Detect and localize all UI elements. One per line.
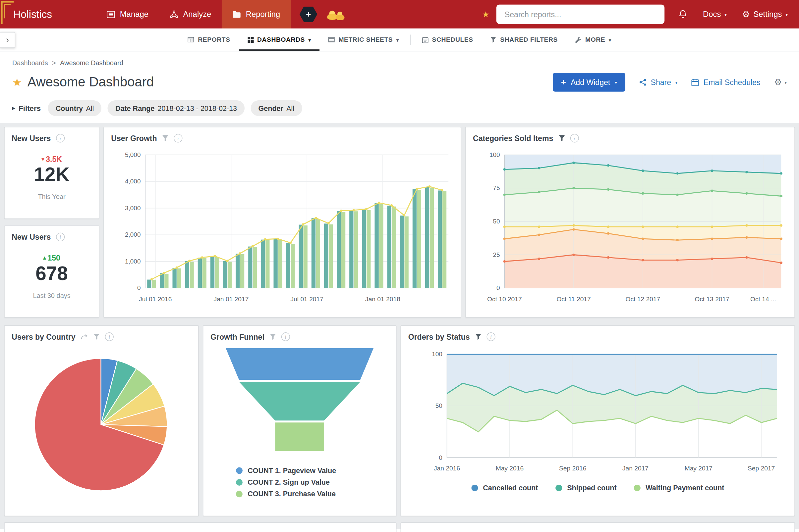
bar — [324, 224, 328, 288]
info-icon[interactable]: i — [56, 233, 65, 241]
funnel-icon[interactable] — [162, 135, 169, 141]
axis-label: 50 — [493, 218, 500, 225]
title-row: ★ Awesome Dashboard + Add Widget ▾ Share… — [12, 73, 787, 92]
filter-value: All — [286, 104, 294, 112]
bar — [215, 257, 219, 288]
funnel-icon[interactable] — [269, 334, 276, 340]
card-header: Orders by Status i — [401, 326, 794, 342]
growth-funnel-card: Growth Funnel i COUNT 1. Pageview ValueC… — [203, 325, 396, 516]
calendar-icon — [691, 78, 700, 87]
info-icon[interactable]: i — [174, 134, 182, 142]
info-icon[interactable]: i — [487, 332, 495, 341]
kpi-period: Last 30 days — [33, 292, 70, 299]
bar — [299, 225, 303, 288]
share-label: Share — [651, 78, 671, 87]
axis-label: May 2016 — [496, 465, 524, 472]
wrench-icon — [575, 36, 582, 43]
menu-analyze[interactable]: Analyze — [159, 0, 222, 28]
card-title: Growth Funnel — [211, 332, 265, 341]
tab-label: SHARED FILTERS — [500, 36, 558, 43]
legend-item[interactable]: Shipped count — [556, 484, 617, 492]
card-header: User Growth i — [104, 127, 461, 143]
plus-icon: + — [306, 10, 311, 19]
axis-label: 100 — [489, 151, 500, 158]
kpi-card-new-users-year: New Users i ▾ 3.5K 12K This Year — [4, 127, 99, 219]
filter-pill-gender[interactable]: Gender All — [251, 100, 302, 116]
legend-item[interactable]: COUNT 1. Pageview Value — [236, 467, 396, 475]
axis-label: Oct 12 2017 — [625, 296, 660, 303]
share-button[interactable]: Share ▾ — [639, 78, 677, 87]
filters-toggle[interactable]: ▸ Filters — [12, 104, 41, 112]
bar — [172, 268, 176, 288]
filter-name: Country — [56, 104, 83, 112]
menu-manage[interactable]: Manage — [96, 0, 159, 28]
funnel-icon[interactable] — [475, 334, 482, 340]
sidebar-expand-button[interactable]: › — [0, 32, 15, 48]
axis-label: Jan 01 2018 — [365, 296, 400, 303]
growth-funnel-chart — [203, 344, 396, 458]
festive-corner-ornament — [1, 1, 14, 24]
graph-nodes-icon — [170, 10, 178, 19]
filter-value: All — [86, 104, 94, 112]
tab-schedules[interactable]: SCHEDULES — [413, 28, 482, 51]
users-by-country-chart — [5, 344, 198, 498]
card-header: Users by Country i — [5, 326, 198, 342]
bar — [189, 262, 194, 288]
legend-item[interactable]: Waiting Payment count — [634, 484, 724, 492]
kpi-period: This Year — [38, 193, 65, 200]
filter-pill-country[interactable]: Country All — [48, 100, 102, 116]
axis-label: Jan 01 2017 — [214, 296, 249, 303]
partial-card-left — [4, 522, 396, 532]
top-navbar: Holistics Manage Analyze Reporting + ★ D… — [0, 0, 799, 28]
bar — [379, 204, 383, 288]
info-icon[interactable]: i — [105, 332, 114, 341]
legend-label: Waiting Payment count — [646, 484, 724, 492]
email-schedules-button[interactable]: Email Schedules — [691, 78, 761, 87]
bar — [387, 206, 392, 288]
docs-menu[interactable]: Docs ▾ — [703, 10, 727, 19]
add-hexagon-button[interactable]: + — [299, 6, 317, 22]
chevron-down-icon: ▾ — [609, 38, 612, 43]
funnel-icon[interactable] — [93, 334, 100, 340]
bar — [430, 188, 434, 288]
tab-metric-sheets[interactable]: METRIC SHEETS ▾ — [320, 28, 407, 51]
drill-arrow-icon[interactable] — [80, 334, 88, 340]
dashboard-settings-button[interactable]: ⚙ ▾ — [774, 78, 787, 87]
tab-reports[interactable]: REPORTS — [179, 28, 239, 51]
bar — [316, 219, 320, 288]
info-icon[interactable]: i — [282, 332, 290, 341]
info-icon[interactable]: i — [56, 134, 65, 142]
filter-name: Date Range — [115, 104, 155, 112]
filter-pill-date-range[interactable]: Date Range 2018-02-13 - 2018-02-13 — [108, 100, 244, 116]
legend-label: Cancelled count — [483, 484, 538, 492]
tab-shared-filters[interactable]: SHARED FILTERS — [482, 28, 566, 51]
funnel-icon[interactable] — [558, 135, 565, 141]
tab-label: SCHEDULES — [432, 36, 473, 43]
legend-label: Shipped count — [567, 484, 616, 492]
info-icon[interactable]: i — [570, 134, 579, 142]
tab-dashboards[interactable]: DASHBOARDS ▾ — [239, 28, 320, 51]
bar — [438, 190, 442, 288]
kpi-delta: ▾ 3.5K — [41, 155, 62, 163]
delta-arrow-icon: ▴ — [43, 255, 46, 261]
brand-logo[interactable]: Holistics — [13, 8, 52, 20]
menu-reporting[interactable]: Reporting — [222, 0, 291, 28]
search-input[interactable] — [504, 9, 657, 19]
line-series — [151, 186, 442, 279]
favorite-star-icon[interactable]: ★ — [12, 76, 22, 89]
bar — [160, 273, 164, 288]
breadcrumb-root[interactable]: Dashboards — [12, 59, 48, 66]
legend-item[interactable]: COUNT 3. Purchase Value — [236, 490, 396, 498]
breadcrumb-separator: > — [52, 59, 56, 66]
orders-legend: Cancelled countShipped countWaiting Paym… — [401, 475, 794, 492]
card-header: Categories Sold Items i — [466, 127, 794, 143]
user-growth-chart: 01,0002,0003,0004,0005,000Jul 01 2016Jan… — [104, 146, 461, 307]
page-title: Awesome Dashboard — [28, 75, 154, 90]
bell-icon[interactable] — [678, 10, 688, 19]
add-widget-button[interactable]: + Add Widget ▾ — [553, 73, 625, 92]
legend-item[interactable]: COUNT 2. Sign up Value — [236, 478, 396, 486]
funnel-icon — [490, 37, 496, 43]
tab-more[interactable]: MORE ▾ — [566, 28, 620, 51]
settings-menu[interactable]: ⚙ Settings ▾ — [742, 10, 788, 19]
legend-item[interactable]: Cancelled count — [471, 484, 538, 492]
